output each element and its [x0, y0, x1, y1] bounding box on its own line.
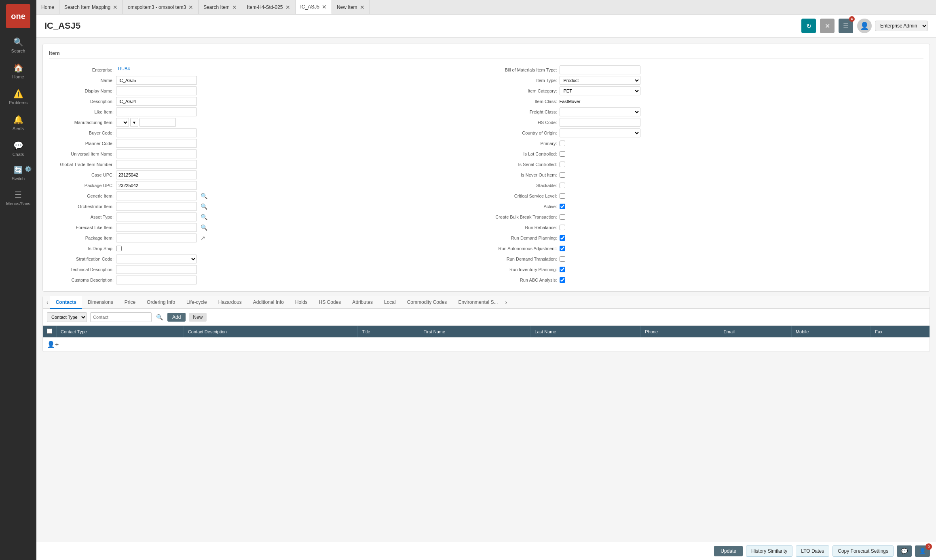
field-planner-code[interactable] — [116, 139, 197, 148]
tab-commodity-codes[interactable]: Commodity Codes — [401, 296, 453, 309]
field-run-autonomous-adjustment[interactable] — [560, 246, 565, 251]
tab-omspoitem3[interactable]: omspoitem3 - omssoi tem3 ✕ — [123, 0, 199, 14]
sidebar-item-chats[interactable]: 💬 Chats — [0, 136, 36, 162]
field-item-type[interactable]: Product — [560, 76, 640, 85]
field-asset-type[interactable] — [116, 213, 197, 221]
tab-search-item[interactable]: Search Item ✕ — [199, 0, 242, 14]
tab-close-omspoitem3[interactable]: ✕ — [188, 4, 193, 11]
sidebar-item-problems[interactable]: ⚠️ Problems — [0, 84, 36, 110]
field-description[interactable] — [116, 97, 197, 106]
tab-dimensions[interactable]: Dimensions — [82, 296, 119, 309]
tab-close-item-h4[interactable]: ✕ — [285, 4, 290, 11]
asset-type-search-btn[interactable]: 🔍 — [199, 214, 209, 220]
field-case-upc[interactable] — [116, 171, 197, 179]
field-gtin[interactable] — [116, 160, 197, 169]
sidebar-item-menus[interactable]: ☰ Menus/Favs — [0, 185, 36, 211]
copy-forecast-settings-button[interactable]: Copy Forecast Settings — [832, 545, 894, 557]
tab-ordering-info[interactable]: Ordering Info — [141, 296, 181, 309]
field-is-lot-controlled[interactable] — [560, 151, 565, 157]
field-customs-description[interactable] — [116, 276, 197, 284]
tab-local[interactable]: Local — [378, 296, 401, 309]
sidebar-item-search[interactable]: 🔍 Search — [0, 32, 36, 58]
tab-close-search-item[interactable]: ✕ — [232, 4, 237, 11]
field-display-name[interactable] — [116, 86, 197, 95]
package-item-link-btn[interactable]: ↗ — [199, 235, 207, 241]
contact-new-btn[interactable]: New — [189, 313, 207, 322]
field-is-never-out[interactable] — [560, 172, 565, 178]
generic-item-search-btn[interactable]: 🔍 — [199, 193, 209, 199]
field-stratification-code[interactable] — [116, 255, 197, 263]
forecast-like-item-search-btn[interactable]: 🔍 — [199, 224, 209, 231]
field-item-category[interactable]: PET — [560, 86, 640, 95]
history-similarity-button[interactable]: History Similarity — [746, 545, 792, 557]
tab-item-h4[interactable]: Item-H4-Std-025 ✕ — [242, 0, 296, 14]
field-run-demand-planning[interactable] — [560, 235, 565, 241]
field-run-inventory-planning[interactable] — [560, 267, 565, 272]
sidebar-item-alerts[interactable]: 🔔 Alerts — [0, 110, 36, 136]
field-universal-item-name[interactable] — [116, 149, 197, 158]
field-primary[interactable] — [560, 141, 565, 146]
tab-home[interactable]: Home — [36, 0, 59, 14]
tab-nav-next[interactable]: › — [503, 297, 509, 308]
app-logo[interactable]: one — [6, 4, 30, 28]
field-create-bulk-break[interactable] — [560, 214, 565, 220]
field-run-rebalance[interactable] — [560, 225, 565, 230]
field-is-serial-controlled[interactable] — [560, 162, 565, 167]
menu-button[interactable]: ☰ ★ — [839, 19, 853, 33]
refresh-button[interactable]: ↻ — [801, 19, 816, 33]
person-button[interactable]: 👤 0 — [915, 545, 930, 557]
tab-close-new-item[interactable]: ✕ — [360, 4, 365, 11]
tab-attributes[interactable]: Attributes — [347, 296, 378, 309]
field-orchestrator-item[interactable] — [116, 202, 197, 211]
field-enterprise[interactable]: HUB4 — [116, 65, 197, 74]
tab-ic-asj5[interactable]: IC_ASJ5 ✕ — [296, 0, 332, 14]
field-package-upc[interactable] — [116, 181, 197, 190]
field-hs-code[interactable] — [560, 118, 640, 127]
field-generic-item[interactable] — [116, 192, 197, 200]
manufacturing-item-btn[interactable]: ▼ — [130, 118, 138, 127]
field-stackable[interactable] — [560, 183, 565, 188]
tab-new-item[interactable]: New Item ✕ — [332, 0, 370, 14]
tab-environmental-s[interactable]: Environmental S... — [452, 296, 503, 309]
field-active[interactable] — [560, 204, 565, 209]
tab-nav-prev[interactable]: ‹ — [45, 297, 50, 308]
field-country-of-origin[interactable] — [560, 128, 640, 137]
field-name[interactable] — [116, 76, 197, 85]
field-buyer-code[interactable] — [116, 128, 197, 137]
tab-price[interactable]: Price — [119, 296, 141, 309]
user-role-select[interactable]: Enterprise Admin — [875, 21, 928, 31]
field-critical-service-level[interactable] — [560, 193, 565, 199]
field-is-drop-ship[interactable] — [116, 246, 122, 251]
contact-add-btn[interactable]: Add — [167, 313, 186, 322]
field-forecast-like-item[interactable] — [116, 223, 197, 232]
field-freight-class[interactable] — [560, 107, 640, 116]
tab-close-search-item-mapping[interactable]: ✕ — [113, 4, 118, 11]
field-bom-type[interactable] — [560, 65, 640, 74]
field-manufacturing-item-text[interactable] — [139, 118, 176, 127]
tab-close-ic-asj5[interactable]: ✕ — [322, 4, 327, 10]
chat-button[interactable]: 💬 — [897, 545, 912, 557]
tab-contacts[interactable]: Contacts — [50, 296, 82, 309]
field-like-item[interactable] — [116, 107, 197, 116]
tab-life-cycle[interactable]: Life-cycle — [181, 296, 213, 309]
add-row-icon[interactable]: 👤+ — [47, 341, 59, 348]
contact-type-filter[interactable]: Contact Type — [47, 312, 87, 322]
sidebar-item-switch[interactable]: 🔄 Switch ⚙️ — [0, 162, 36, 185]
sidebar-item-home[interactable]: 🏠 Home — [0, 58, 36, 84]
field-run-abc-analysis[interactable] — [560, 277, 565, 283]
update-button[interactable]: Update — [714, 546, 743, 556]
tab-search-item-mapping[interactable]: Search Item Mapping ✕ — [59, 0, 123, 14]
tab-additional-info[interactable]: Additional Info — [247, 296, 289, 309]
field-technical-description[interactable] — [116, 265, 197, 274]
orchestrator-item-search-btn[interactable]: 🔍 — [199, 203, 209, 210]
lto-dates-button[interactable]: LTO Dates — [796, 545, 829, 557]
field-package-item[interactable] — [116, 234, 197, 242]
field-run-demand-translation[interactable] — [560, 256, 565, 262]
contact-search-btn[interactable]: 🔍 — [155, 314, 164, 320]
tab-hazardous[interactable]: Hazardous — [213, 296, 247, 309]
close-button[interactable]: ✕ — [820, 19, 835, 33]
contact-search-input[interactable] — [90, 312, 152, 322]
field-manufacturing-item-select[interactable] — [116, 118, 129, 127]
select-all-checkbox[interactable] — [47, 328, 52, 334]
tab-hs-codes[interactable]: HS Codes — [313, 296, 347, 309]
